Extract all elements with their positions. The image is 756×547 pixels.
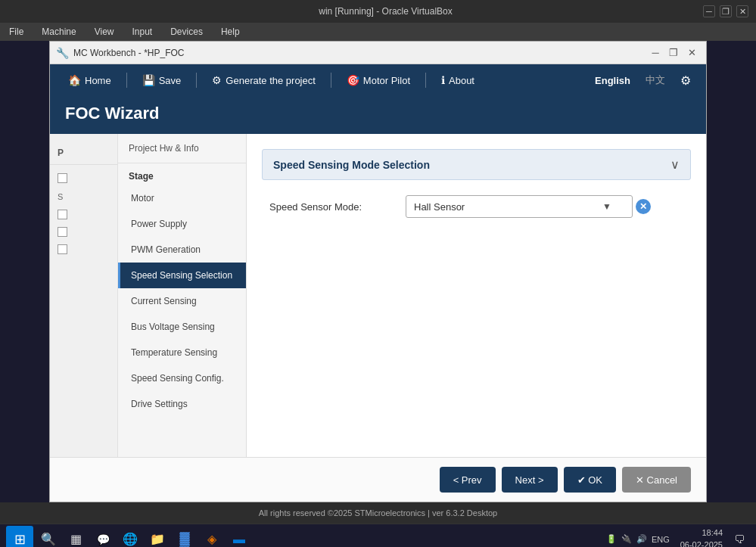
collapse-chevron-icon[interactable]: ∨	[670, 157, 680, 172]
nav-lang-zh[interactable]: 中文	[639, 69, 671, 92]
taskbar-taskview-icon[interactable]: ▦	[64, 527, 88, 548]
menu-machine[interactable]: Machine	[37, 25, 80, 39]
left-panel-row-4	[50, 241, 117, 258]
status-bar: All rights reserved ©2025 STMicroelectro…	[0, 502, 756, 524]
nav-divider-2	[196, 73, 197, 88]
foc-wizard-title: FOC Wizard	[65, 104, 159, 123]
nav-motor-pilot[interactable]: 🎯 Motor Pilot	[338, 70, 419, 91]
left-panel-row-3	[50, 223, 117, 241]
nav-save[interactable]: 💾 Save	[133, 70, 191, 91]
app-title: MC Workbench - *HP_FOC	[73, 48, 184, 58]
left-panel-row-2	[50, 206, 117, 223]
ok-button[interactable]: ✔ OK	[564, 467, 616, 493]
battery-icon: 🔋	[606, 534, 617, 544]
os-titlebar-controls[interactable]: ─ ❐ ✕	[703, 5, 748, 17]
left-panel-row-1	[50, 169, 117, 188]
app-titlebar-controls[interactable]: ─ ❐ ✕	[647, 45, 700, 61]
speed-sensor-control-wrapper: Hall Sensor Encoder Sensorless (STO) Sen…	[406, 195, 633, 218]
taskbar-chat-icon[interactable]: 💬	[91, 527, 115, 548]
sidebar-stage-label: Stage	[118, 163, 246, 185]
os-close-button[interactable]: ✕	[736, 5, 748, 17]
nav-motor-pilot-label: Motor Pilot	[363, 75, 410, 86]
menu-view[interactable]: View	[90, 25, 119, 39]
nav-generate[interactable]: ⚙ Generate the project	[203, 70, 325, 91]
nav-divider-3	[331, 73, 331, 88]
clear-selection-button[interactable]: ✕	[636, 199, 651, 214]
left-panel-s-label: S	[50, 188, 117, 206]
os-minimize-button[interactable]: ─	[703, 5, 715, 17]
settings-icon[interactable]: ⚙	[674, 69, 697, 92]
sidebar-item-power-supply[interactable]: Power Supply	[118, 211, 246, 237]
start-button[interactable]: ⊞	[6, 526, 33, 548]
bottom-bar: < Prev Next > ✔ OK ✕ Cancel	[50, 457, 706, 502]
foc-wizard-header: FOC Wizard	[50, 96, 706, 134]
language-indicator[interactable]: ENG	[652, 535, 670, 544]
nav-home[interactable]: 🏠 Home	[59, 70, 120, 91]
volume-icon: 🔊	[636, 534, 647, 544]
app-close-button[interactable]: ✕	[683, 45, 700, 61]
os-titlebar: win [Running] - Oracle VirtualBox ─ ❐ ✕	[0, 0, 756, 23]
speed-sensor-mode-select[interactable]: Hall Sensor Encoder Sensorless (STO) Sen…	[406, 195, 633, 218]
speed-sensor-mode-row: Speed Sensor Mode: Hall Sensor Encoder S…	[262, 195, 691, 218]
sidebar-item-current-sensing[interactable]: Current Sensing	[118, 288, 246, 314]
menu-file[interactable]: File	[5, 25, 28, 39]
clock-date: 06-02-2025	[680, 539, 723, 548]
sidebar: Project Hw & Info Stage Motor Power Supp…	[118, 134, 247, 457]
section-title: Speed Sensing Mode Selection	[273, 159, 430, 171]
app-titlebar: 🔧 MC Workbench - *HP_FOC ─ ❐ ✕	[50, 42, 706, 64]
checkbox-3[interactable]	[58, 227, 67, 237]
menu-input[interactable]: Input	[128, 25, 157, 39]
nav-about[interactable]: ℹ About	[432, 70, 484, 91]
sidebar-item-speed-sensing-selection[interactable]: Speed Sensing Selection	[118, 263, 246, 288]
save-icon: 💾	[142, 74, 155, 86]
nav-about-label: About	[449, 75, 474, 86]
checkbox-2[interactable]	[58, 210, 67, 219]
left-panel-bg: P S	[50, 134, 118, 457]
menu-devices[interactable]: Devices	[166, 25, 207, 39]
taskbar-app3-icon[interactable]: ▬	[227, 527, 251, 548]
taskbar-clock[interactable]: 18:44 06-02-2025	[677, 527, 726, 547]
taskbar-search-icon[interactable]: 🔍	[36, 527, 61, 548]
sidebar-project-hw-info[interactable]: Project Hw & Info	[118, 134, 246, 163]
os-restore-button[interactable]: ❐	[720, 5, 732, 17]
nav-home-label: Home	[85, 75, 111, 86]
taskbar: ⊞ 🔍 ▦ 💬 🌐 📁 ▓ ◈ ▬ 🔋 🔌 🔊 ENG 18:44 06-02-…	[0, 524, 756, 547]
network-icon: 🔌	[621, 534, 632, 544]
next-button[interactable]: Next >	[502, 467, 558, 493]
taskbar-app2-icon[interactable]: ◈	[200, 527, 224, 548]
nav-lang-en[interactable]: English	[589, 70, 636, 91]
clock-time: 18:44	[680, 527, 723, 539]
checkbox-4[interactable]	[58, 244, 67, 254]
speed-sensor-mode-label: Speed Sensor Mode:	[269, 201, 406, 213]
menu-help[interactable]: Help	[216, 25, 244, 39]
sidebar-item-pwm-generation[interactable]: PWM Generation	[118, 237, 246, 263]
sidebar-item-motor[interactable]: Motor	[118, 185, 246, 211]
nav-divider-1	[126, 73, 127, 88]
info-icon: ℹ	[441, 74, 445, 86]
sidebar-item-drive-settings[interactable]: Drive Settings	[118, 391, 246, 417]
sidebar-item-temperature-sensing[interactable]: Temperature Sensing	[118, 340, 246, 365]
main-panel: Speed Sensing Mode Selection ∨ Speed Sen…	[247, 134, 706, 457]
cancel-button[interactable]: ✕ Cancel	[622, 467, 691, 493]
app-restore-button[interactable]: ❐	[665, 45, 682, 61]
nav-save-label: Save	[159, 75, 182, 86]
taskbar-explorer-icon[interactable]: 📁	[145, 527, 170, 548]
checkbox-1[interactable]	[58, 173, 67, 183]
app-minimize-button[interactable]: ─	[647, 45, 664, 61]
os-titlebar-title: win [Running] - Oracle VirtualBox	[68, 6, 703, 17]
app-window: 🔧 MC Workbench - *HP_FOC ─ ❐ ✕ 🏠 Home 💾 …	[49, 41, 707, 502]
taskbar-browser-icon[interactable]: 🌐	[118, 527, 142, 548]
sidebar-item-bus-voltage-sensing[interactable]: Bus Voltage Sensing	[118, 314, 246, 340]
notification-button[interactable]: 🗨	[729, 529, 750, 548]
app-navbar: 🏠 Home 💾 Save ⚙ Generate the project 🎯 M…	[50, 64, 706, 96]
taskbar-app1-icon[interactable]: ▓	[173, 527, 197, 548]
os-menubar: Home File Machine View Input Devices Hel…	[0, 23, 756, 41]
left-panel-project-label: P	[50, 141, 117, 165]
sidebar-item-speed-sensing-config[interactable]: Speed Sensing Config.	[118, 365, 246, 391]
motor-icon: 🎯	[347, 74, 359, 86]
section-header[interactable]: Speed Sensing Mode Selection ∨	[262, 149, 691, 180]
prev-button[interactable]: < Prev	[440, 467, 496, 493]
app-icon: 🔧	[56, 47, 69, 59]
home-icon: 🏠	[68, 74, 81, 86]
generate-icon: ⚙	[212, 74, 222, 86]
